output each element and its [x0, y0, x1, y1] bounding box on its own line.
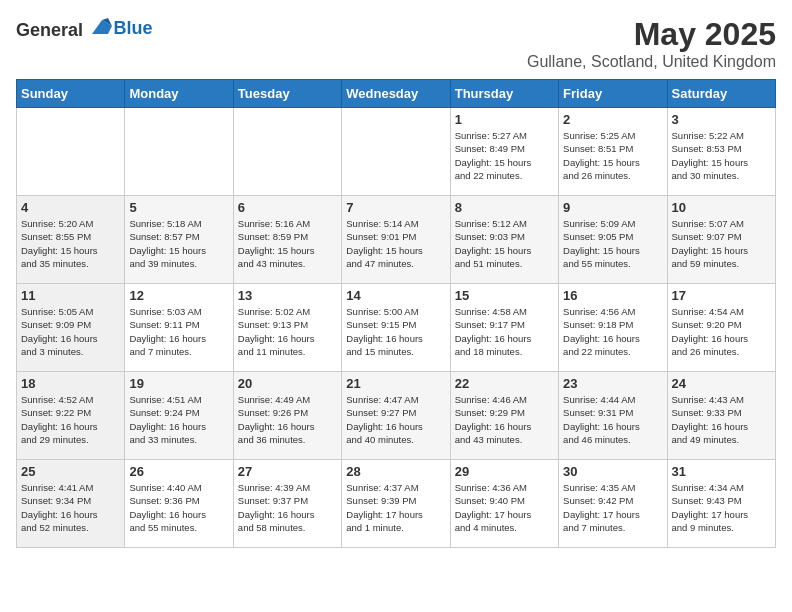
calendar-cell: 31Sunrise: 4:34 AM Sunset: 9:43 PM Dayli… — [667, 460, 775, 548]
calendar-cell: 27Sunrise: 4:39 AM Sunset: 9:37 PM Dayli… — [233, 460, 341, 548]
calendar-cell: 23Sunrise: 4:44 AM Sunset: 9:31 PM Dayli… — [559, 372, 667, 460]
calendar-cell: 17Sunrise: 4:54 AM Sunset: 9:20 PM Dayli… — [667, 284, 775, 372]
day-number: 28 — [346, 464, 445, 479]
day-info: Sunrise: 5:16 AM Sunset: 8:59 PM Dayligh… — [238, 217, 337, 270]
calendar-cell: 25Sunrise: 4:41 AM Sunset: 9:34 PM Dayli… — [17, 460, 125, 548]
day-info: Sunrise: 4:36 AM Sunset: 9:40 PM Dayligh… — [455, 481, 554, 534]
day-number: 14 — [346, 288, 445, 303]
day-info: Sunrise: 4:52 AM Sunset: 9:22 PM Dayligh… — [21, 393, 120, 446]
calendar-cell: 12Sunrise: 5:03 AM Sunset: 9:11 PM Dayli… — [125, 284, 233, 372]
day-info: Sunrise: 5:02 AM Sunset: 9:13 PM Dayligh… — [238, 305, 337, 358]
day-info: Sunrise: 5:27 AM Sunset: 8:49 PM Dayligh… — [455, 129, 554, 182]
calendar-cell — [17, 108, 125, 196]
calendar-cell: 29Sunrise: 4:36 AM Sunset: 9:40 PM Dayli… — [450, 460, 558, 548]
weekday-header: Wednesday — [342, 80, 450, 108]
calendar-cell: 2Sunrise: 5:25 AM Sunset: 8:51 PM Daylig… — [559, 108, 667, 196]
day-number: 25 — [21, 464, 120, 479]
weekday-header: Saturday — [667, 80, 775, 108]
calendar-cell: 20Sunrise: 4:49 AM Sunset: 9:26 PM Dayli… — [233, 372, 341, 460]
calendar-cell: 10Sunrise: 5:07 AM Sunset: 9:07 PM Dayli… — [667, 196, 775, 284]
calendar-cell: 5Sunrise: 5:18 AM Sunset: 8:57 PM Daylig… — [125, 196, 233, 284]
calendar-cell: 30Sunrise: 4:35 AM Sunset: 9:42 PM Dayli… — [559, 460, 667, 548]
day-info: Sunrise: 5:07 AM Sunset: 9:07 PM Dayligh… — [672, 217, 771, 270]
day-number: 30 — [563, 464, 662, 479]
calendar-cell: 21Sunrise: 4:47 AM Sunset: 9:27 PM Dayli… — [342, 372, 450, 460]
day-number: 3 — [672, 112, 771, 127]
day-number: 21 — [346, 376, 445, 391]
calendar-week-row: 18Sunrise: 4:52 AM Sunset: 9:22 PM Dayli… — [17, 372, 776, 460]
calendar-cell: 3Sunrise: 5:22 AM Sunset: 8:53 PM Daylig… — [667, 108, 775, 196]
day-info: Sunrise: 5:20 AM Sunset: 8:55 PM Dayligh… — [21, 217, 120, 270]
logo-general: General — [16, 20, 83, 40]
day-info: Sunrise: 4:37 AM Sunset: 9:39 PM Dayligh… — [346, 481, 445, 534]
weekday-header: Tuesday — [233, 80, 341, 108]
day-number: 19 — [129, 376, 228, 391]
day-number: 6 — [238, 200, 337, 215]
day-number: 9 — [563, 200, 662, 215]
day-info: Sunrise: 4:54 AM Sunset: 9:20 PM Dayligh… — [672, 305, 771, 358]
title-block: May 2025 Gullane, Scotland, United Kingd… — [527, 16, 776, 71]
day-info: Sunrise: 5:09 AM Sunset: 9:05 PM Dayligh… — [563, 217, 662, 270]
day-number: 1 — [455, 112, 554, 127]
weekday-header: Monday — [125, 80, 233, 108]
day-info: Sunrise: 5:03 AM Sunset: 9:11 PM Dayligh… — [129, 305, 228, 358]
calendar-cell: 14Sunrise: 5:00 AM Sunset: 9:15 PM Dayli… — [342, 284, 450, 372]
day-info: Sunrise: 5:18 AM Sunset: 8:57 PM Dayligh… — [129, 217, 228, 270]
day-number: 12 — [129, 288, 228, 303]
calendar-cell: 4Sunrise: 5:20 AM Sunset: 8:55 PM Daylig… — [17, 196, 125, 284]
day-number: 4 — [21, 200, 120, 215]
calendar-cell: 6Sunrise: 5:16 AM Sunset: 8:59 PM Daylig… — [233, 196, 341, 284]
day-number: 18 — [21, 376, 120, 391]
calendar-week-row: 4Sunrise: 5:20 AM Sunset: 8:55 PM Daylig… — [17, 196, 776, 284]
day-info: Sunrise: 5:05 AM Sunset: 9:09 PM Dayligh… — [21, 305, 120, 358]
calendar-cell: 18Sunrise: 4:52 AM Sunset: 9:22 PM Dayli… — [17, 372, 125, 460]
day-number: 27 — [238, 464, 337, 479]
day-number: 26 — [129, 464, 228, 479]
day-info: Sunrise: 4:41 AM Sunset: 9:34 PM Dayligh… — [21, 481, 120, 534]
day-number: 29 — [455, 464, 554, 479]
day-number: 31 — [672, 464, 771, 479]
day-number: 20 — [238, 376, 337, 391]
calendar-cell: 28Sunrise: 4:37 AM Sunset: 9:39 PM Dayli… — [342, 460, 450, 548]
calendar-cell — [233, 108, 341, 196]
day-number: 16 — [563, 288, 662, 303]
day-info: Sunrise: 4:58 AM Sunset: 9:17 PM Dayligh… — [455, 305, 554, 358]
weekday-header-row: SundayMondayTuesdayWednesdayThursdayFrid… — [17, 80, 776, 108]
day-info: Sunrise: 4:49 AM Sunset: 9:26 PM Dayligh… — [238, 393, 337, 446]
calendar-cell: 13Sunrise: 5:02 AM Sunset: 9:13 PM Dayli… — [233, 284, 341, 372]
day-info: Sunrise: 5:25 AM Sunset: 8:51 PM Dayligh… — [563, 129, 662, 182]
calendar-cell: 22Sunrise: 4:46 AM Sunset: 9:29 PM Dayli… — [450, 372, 558, 460]
weekday-header: Sunday — [17, 80, 125, 108]
page-header: General Blue May 2025 Gullane, Scotland,… — [16, 16, 776, 71]
calendar-week-row: 1Sunrise: 5:27 AM Sunset: 8:49 PM Daylig… — [17, 108, 776, 196]
calendar-cell — [125, 108, 233, 196]
calendar-cell — [342, 108, 450, 196]
day-info: Sunrise: 5:14 AM Sunset: 9:01 PM Dayligh… — [346, 217, 445, 270]
logo: General Blue — [16, 16, 153, 41]
day-number: 24 — [672, 376, 771, 391]
day-number: 10 — [672, 200, 771, 215]
day-info: Sunrise: 5:12 AM Sunset: 9:03 PM Dayligh… — [455, 217, 554, 270]
calendar-cell: 8Sunrise: 5:12 AM Sunset: 9:03 PM Daylig… — [450, 196, 558, 284]
calendar-week-row: 25Sunrise: 4:41 AM Sunset: 9:34 PM Dayli… — [17, 460, 776, 548]
day-info: Sunrise: 5:22 AM Sunset: 8:53 PM Dayligh… — [672, 129, 771, 182]
day-info: Sunrise: 4:51 AM Sunset: 9:24 PM Dayligh… — [129, 393, 228, 446]
day-info: Sunrise: 4:56 AM Sunset: 9:18 PM Dayligh… — [563, 305, 662, 358]
location: Gullane, Scotland, United Kingdom — [527, 53, 776, 71]
calendar-cell: 26Sunrise: 4:40 AM Sunset: 9:36 PM Dayli… — [125, 460, 233, 548]
calendar-cell: 19Sunrise: 4:51 AM Sunset: 9:24 PM Dayli… — [125, 372, 233, 460]
month-year: May 2025 — [527, 16, 776, 53]
day-number: 8 — [455, 200, 554, 215]
calendar-cell: 16Sunrise: 4:56 AM Sunset: 9:18 PM Dayli… — [559, 284, 667, 372]
day-number: 7 — [346, 200, 445, 215]
day-number: 23 — [563, 376, 662, 391]
day-info: Sunrise: 4:44 AM Sunset: 9:31 PM Dayligh… — [563, 393, 662, 446]
calendar-cell: 7Sunrise: 5:14 AM Sunset: 9:01 PM Daylig… — [342, 196, 450, 284]
day-info: Sunrise: 4:34 AM Sunset: 9:43 PM Dayligh… — [672, 481, 771, 534]
day-info: Sunrise: 4:47 AM Sunset: 9:27 PM Dayligh… — [346, 393, 445, 446]
logo-icon — [90, 16, 114, 36]
calendar-cell: 1Sunrise: 5:27 AM Sunset: 8:49 PM Daylig… — [450, 108, 558, 196]
day-number: 5 — [129, 200, 228, 215]
weekday-header: Thursday — [450, 80, 558, 108]
calendar-cell: 9Sunrise: 5:09 AM Sunset: 9:05 PM Daylig… — [559, 196, 667, 284]
